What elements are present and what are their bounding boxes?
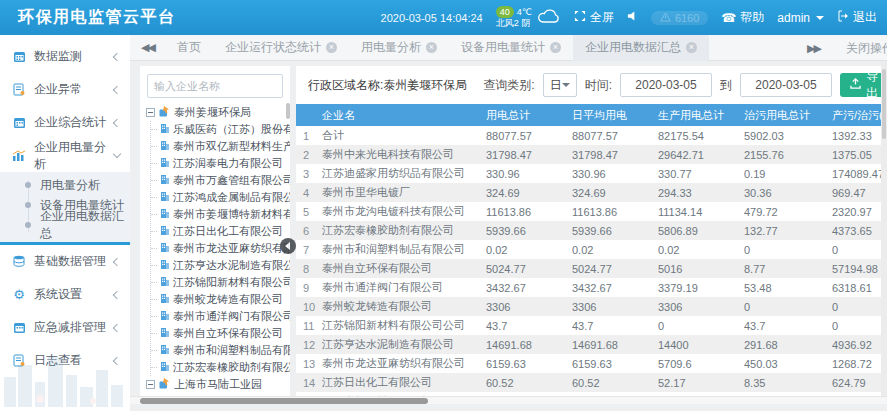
pollution-control-power-cell: 0 (744, 244, 832, 256)
tab-close-icon[interactable] (550, 42, 561, 53)
table-row[interactable]: 3 江苏迪盛家用纺织品有限公司 330.96 330.96 330.77 0.1… (296, 164, 887, 183)
date-from-input[interactable] (620, 73, 712, 97)
date-to-input[interactable] (740, 73, 832, 97)
tree-root-jiangyan-epb[interactable]: 泰州姜堰环保局 (146, 104, 290, 121)
chevron-left-icon (113, 52, 121, 60)
total-power-cell: 3432.67 (486, 282, 572, 294)
table-row[interactable]: 4 泰州市里华电镀厂 324.69 324.69 294.33 30.36 96… (296, 183, 887, 202)
export-icon (850, 78, 861, 92)
tree-node-company[interactable]: 江苏宏泰橡胶助剂有限公司 (151, 359, 290, 376)
query-type-select[interactable]: 日 (543, 73, 577, 97)
close-operations-dropdown[interactable]: 关闭操作 (846, 40, 887, 57)
tab-close-icon[interactable] (686, 42, 697, 53)
sidebar-item-system-settings[interactable]: ⚙ 系统设置 (0, 278, 130, 311)
tab-device-power-stats[interactable]: 设备用电量统计 (449, 35, 573, 61)
tree-node-company[interactable]: 江苏日出化工有限公司 (151, 223, 290, 240)
horizontal-scrollbar[interactable] (130, 396, 887, 404)
tree-node-company[interactable]: 泰州市通洋阀门有限公司 (151, 308, 290, 325)
sidebar-item-enterprise-abnormal[interactable]: 企业异常 (0, 73, 130, 106)
sidebar-item-enterprise-stats[interactable]: 企业综合统计 (0, 106, 130, 139)
daily-avg-power-cell: 324.69 (572, 187, 658, 199)
app-window: 环保用电监管云平台 2020-03-05 14:04:24 40 4℃ 北风2 … (0, 0, 887, 411)
query-type-value: 日 (550, 77, 562, 94)
total-power-cell: 14691.68 (486, 339, 572, 351)
pollution-control-power-cell: 30.36 (744, 187, 832, 199)
tree-node-company[interactable]: 江苏鸿成金属制品有限公司 (151, 189, 290, 206)
table-column-header: 企业名 (296, 108, 486, 123)
table-row[interactable]: 1 合计 88077.57 88077.57 82175.54 5902.03 … (296, 126, 887, 145)
tree-scrollbar-thumb[interactable] (286, 103, 290, 119)
table-row[interactable]: 6 江苏宏泰橡胶助剂有限公司 5939.66 5939.66 5806.89 1… (296, 221, 887, 240)
tree-node-company[interactable]: 泰州市万鑫管组有限公司 (151, 172, 290, 189)
tree-node-company[interactable]: 乐威医药（江苏）股份有限公司 (151, 121, 290, 138)
building-icon (160, 225, 170, 238)
tree-node-company[interactable]: 泰州市龙达亚麻纺织有限公司 (151, 240, 290, 257)
tree-node-company[interactable]: 江苏亨达水泥制造有限公司 (151, 257, 290, 274)
company-name-cell: 泰州市和润塑料制品有限公司 (322, 242, 486, 257)
bureau-icon (159, 106, 170, 119)
user-menu[interactable]: admin (777, 11, 824, 25)
table-row[interactable]: 14 江苏日出化工有限公司 60.52 60.52 52.17 8.35 624… (296, 373, 887, 392)
tab-power-analysis[interactable]: 用电量分析 (349, 35, 449, 61)
tree-node-company[interactable]: 泰州市双亿新型材料生产有限公司 (151, 138, 290, 155)
tree-node-company[interactable]: 泰州自立环保有限公司 (151, 325, 290, 342)
alert-count-badge[interactable]: 6160 (651, 11, 708, 25)
building-icon (160, 191, 170, 204)
panel-collapse-button[interactable] (280, 238, 296, 254)
total-power-cell: 5024.77 (486, 263, 572, 275)
table-row[interactable]: 9 泰州市通洋阀门有限公司 3432.67 3432.67 3379.19 53… (296, 278, 887, 297)
alert-count: 6160 (675, 12, 699, 24)
company-name-cell: 江苏亨达水泥制造有限公司 (322, 337, 486, 352)
enterprise-tree: 泰州姜堰环保局 乐威医药（江苏）股份有限公司 (140, 104, 290, 393)
tree-node-company[interactable]: 泰州市姜堰博特新材料有限公司 (151, 206, 290, 223)
tree-node-company[interactable]: 江苏润泰电力有限公司 (151, 155, 290, 172)
logout-button[interactable]: 退出 (837, 9, 877, 26)
gear-icon: ⚙ (12, 288, 26, 301)
production-power-cell: 52.17 (658, 377, 744, 389)
sidebar-item-data-monitoring[interactable]: 数据监测 (0, 40, 130, 73)
row-index: 1 (296, 130, 322, 142)
submenu-item-power-analysis[interactable]: 用电量分析 (0, 175, 130, 195)
sound-toggle-button[interactable] (627, 10, 638, 25)
tab-close-icon[interactable] (326, 42, 337, 53)
table-row[interactable]: 8 泰州自立环保有限公司 5024.77 5024.77 5016 8.77 5… (296, 259, 887, 278)
logout-icon (837, 10, 849, 25)
table-row[interactable]: 7 泰州市和润塑料制品有限公司 0.02 0.02 0.02 0 0 (296, 240, 887, 259)
table-header-row: 企业名用电总计日平均用电生产用电总计治污用电总计产污/治污(用电) (296, 104, 887, 126)
sidebar-item-power-analysis[interactable]: 企业用电量分析 (0, 139, 130, 172)
fullscreen-button[interactable]: 全屏 (574, 9, 614, 26)
scroll-tabs-left-icon[interactable]: ◀◀ (130, 41, 165, 54)
building-icon (160, 140, 170, 153)
vertical-scrollbar[interactable] (881, 61, 887, 404)
table-column-header: 治污用电总计 (744, 108, 832, 123)
sidebar-item-base-data[interactable]: 基础数据管理 (0, 245, 130, 278)
horizontal-scrollbar-thumb[interactable] (140, 398, 428, 404)
tab-home[interactable]: 首页 (165, 35, 213, 61)
table-row[interactable]: 5 泰州市龙沟电镀科技有限公司 11613.86 11613.86 11134.… (296, 202, 887, 221)
table-row[interactable]: 13 泰州市龙达亚麻纺织有限公司 6159.63 6159.63 5709.6 … (296, 354, 887, 373)
ratio-cell: 0 (832, 301, 887, 313)
tree-node-company[interactable]: 江苏锦阳新材料有限公司公司 (151, 274, 290, 291)
collapse-node-icon[interactable] (146, 380, 155, 389)
vertical-scrollbar-thumb[interactable] (882, 69, 886, 139)
collapse-node-icon[interactable] (146, 108, 155, 117)
table-row[interactable]: 11 江苏锦阳新材料有限公司公司 43.7 43.7 0 43.7 0 (296, 316, 887, 335)
table-row[interactable]: 12 江苏亨达水泥制造有限公司 14691.68 14691.68 14400 … (296, 335, 887, 354)
export-button[interactable]: 导出 (840, 73, 887, 97)
total-power-cell: 0.02 (486, 244, 572, 256)
enterprise-search-input[interactable] (147, 74, 283, 98)
table-row[interactable]: 10 泰州蛟龙铸造有限公司 3306 3306 3306 0 0 (296, 297, 887, 316)
submenu-item-enterprise-power-summary[interactable]: 企业用电数据汇总 (0, 215, 130, 235)
scroll-tabs-right-icon[interactable]: ▶▶ (796, 42, 831, 55)
tree-node-company[interactable]: 泰州蛟龙铸造有限公司 (151, 291, 290, 308)
table-row[interactable]: 2 泰州中来光电科技有限公司 31798.47 31798.47 29642.7… (296, 145, 887, 164)
tab-close-icon[interactable] (426, 42, 437, 53)
row-index: 9 (296, 282, 322, 294)
tab-enterprise-power-summary[interactable]: 企业用电数据汇总 (573, 35, 709, 61)
tab-enterprise-status[interactable]: 企业运行状态统计 (213, 35, 349, 61)
company-name-cell: 泰州市龙沟电镀科技有限公司 (322, 204, 486, 219)
tree-node-company[interactable]: 泰州市和润塑料制品有限公司 (151, 342, 290, 359)
power-analysis-submenu: 用电量分析 设备用电量统计 企业用电数据汇总 (0, 172, 130, 245)
help-button[interactable]: ☎ 帮助 (721, 9, 764, 26)
tree-root-malu-park[interactable]: 上海市马陆工业园 (146, 376, 290, 393)
